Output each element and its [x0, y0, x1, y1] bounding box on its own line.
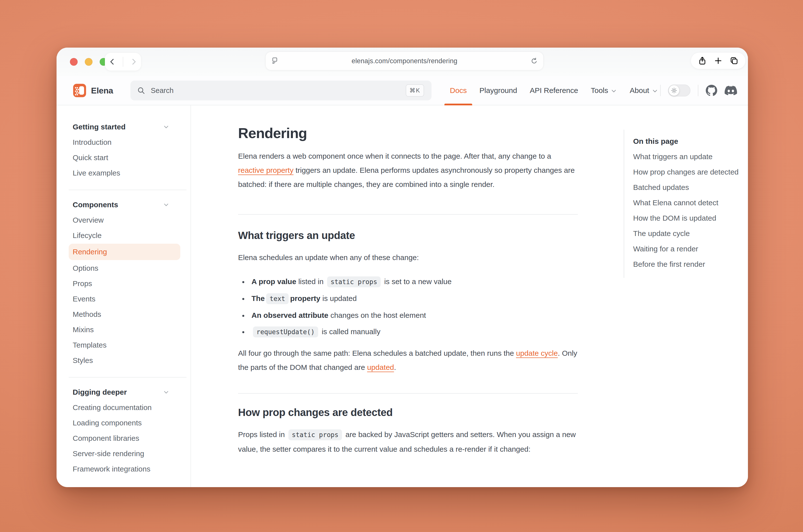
nav-label: API Reference	[530, 86, 578, 95]
discord-link[interactable]	[725, 84, 737, 97]
reload-button[interactable]	[530, 57, 538, 65]
sidebar-section-title[interactable]: Getting started	[69, 119, 180, 135]
share-button[interactable]	[698, 56, 707, 65]
page-title: Rendering	[238, 124, 578, 142]
toc-item-batched-updates[interactable]: Batched updates	[633, 180, 748, 195]
nav-api-reference[interactable]: API Reference	[530, 76, 578, 105]
search-icon	[137, 86, 145, 95]
sidebar-section-title[interactable]: Digging deeper	[69, 384, 180, 400]
sidebar-item-rendering[interactable]: Rendering	[69, 244, 180, 260]
bullet-item: An observed attribute changes on the hos…	[248, 308, 578, 322]
sidebar-item-templates[interactable]: Templates	[69, 337, 180, 353]
inline-link[interactable]: update cycle	[516, 349, 558, 357]
toc-panel: On this page What triggers an updateHow …	[624, 130, 748, 278]
bold-text: property	[290, 294, 320, 302]
section-title-label: Digging deeper	[73, 388, 127, 396]
toc-item-before-the-first-render[interactable]: Before the first render	[633, 256, 748, 272]
sidebar-item-styles[interactable]: Styles	[69, 353, 180, 368]
address-bar[interactable]: elenajs.com/components/rendering	[266, 52, 543, 70]
sun-icon	[671, 87, 677, 94]
search-input[interactable]: Search ⌘K	[130, 80, 431, 100]
header-right	[660, 76, 737, 105]
bullet-item: Thetextproperty is updated	[248, 291, 578, 306]
minimize-button[interactable]	[85, 58, 93, 66]
sidebar-item-methods[interactable]: Methods	[69, 307, 180, 322]
nav-label: Playground	[479, 86, 517, 95]
traffic-lights	[70, 58, 107, 66]
bullet-item: A prop value listed in static props is s…	[248, 274, 578, 289]
divider	[123, 57, 123, 67]
toc-item-waiting-for-a-render[interactable]: Waiting for a render	[633, 241, 748, 256]
section-title-label: Components	[73, 201, 118, 209]
brand[interactable]: Elena	[73, 76, 113, 105]
sidebar-item-live-examples[interactable]: Live examples	[69, 165, 180, 181]
sidebar-item-creating-documentation[interactable]: Creating documentation	[69, 400, 180, 415]
bold-text: The	[251, 294, 265, 302]
sidebar-item-quick-start[interactable]: Quick start	[69, 150, 180, 165]
sidebar-item-options[interactable]: Options	[69, 261, 180, 276]
divider	[660, 85, 661, 96]
sidebar-item-lifecycle[interactable]: Lifecycle	[69, 228, 180, 243]
tabs-icon	[730, 56, 739, 65]
sidebar-item-mixins[interactable]: Mixins	[69, 322, 180, 337]
chevron-down-icon	[163, 124, 169, 130]
plus-icon	[714, 56, 723, 65]
toc-item-what-elena-cannot-detect[interactable]: What Elena cannot detect	[633, 195, 748, 210]
intro-paragraph: Elena renders a web component once when …	[238, 149, 578, 191]
chevron-right-icon	[129, 58, 138, 66]
nav-tools[interactable]: Tools	[591, 76, 617, 105]
sidebar-item-overview[interactable]: Overview	[69, 212, 180, 228]
chevron-down-icon	[611, 88, 617, 94]
toc-item-what-triggers-an-update[interactable]: What triggers an update	[633, 149, 748, 164]
elena-logo-icon	[73, 84, 86, 97]
sidebar-item-framework-integrations[interactable]: Framework integrations	[69, 461, 180, 477]
bold-text: A prop value	[251, 278, 296, 286]
toc-title: On this page	[633, 134, 748, 149]
sidebar-nav: Getting startedIntroductionQuick startLi…	[57, 106, 191, 487]
github-link[interactable]	[706, 85, 717, 96]
theme-toggle-knob	[669, 85, 679, 96]
main-content: Rendering Elena renders a web component …	[238, 106, 578, 487]
section-paragraph: Props listed in static props are backed …	[238, 428, 578, 456]
nav-label: Docs	[450, 86, 467, 95]
section-heading-what-triggers-an-update: What triggers an update	[238, 229, 578, 242]
inline-code: static props	[288, 430, 342, 440]
sidebar-item-loading-components[interactable]: Loading components	[69, 415, 180, 431]
inline-link[interactable]: reactive property	[238, 166, 293, 174]
toc-item-how-prop-changes-are-detected[interactable]: How prop changes are detected	[633, 164, 748, 180]
sidebar-item-component-libraries[interactable]: Component libraries	[69, 431, 180, 446]
nav-docs[interactable]: Docs	[450, 76, 467, 105]
divider	[698, 85, 698, 96]
reload-icon	[530, 57, 538, 65]
discord-icon	[725, 84, 737, 97]
window-actions	[691, 53, 745, 69]
forward-button[interactable]	[129, 58, 138, 66]
sidebar-section-title[interactable]: Components	[69, 197, 180, 212]
nav-about[interactable]: About	[630, 76, 658, 105]
browser-chrome: elenajs.com/components/rendering	[57, 48, 748, 76]
back-button[interactable]	[108, 58, 116, 66]
sidebar-item-server-side-rendering[interactable]: Server-side rendering	[69, 446, 180, 461]
toc-item-how-the-dom-is-updated[interactable]: How the DOM is updated	[633, 210, 748, 226]
inline-link[interactable]: updated	[367, 363, 394, 372]
inline-code: requestUpdate()	[253, 326, 318, 337]
reader-view-icon[interactable]	[271, 57, 279, 65]
chevron-down-icon	[163, 202, 169, 208]
search-shortcut-badge: ⌘K	[406, 84, 424, 97]
sidebar-item-events[interactable]: Events	[69, 291, 180, 307]
sidebar-item-props[interactable]: Props	[69, 276, 180, 291]
new-tab-button[interactable]	[714, 56, 723, 65]
inline-code: text	[266, 293, 289, 304]
toc-item-the-update-cycle[interactable]: The update cycle	[633, 226, 748, 241]
sidebar-item-introduction[interactable]: Introduction	[69, 135, 180, 150]
section-divider	[238, 214, 578, 215]
chevron-down-icon	[652, 88, 658, 94]
sidebar-divider	[69, 377, 186, 378]
theme-toggle[interactable]	[668, 84, 690, 96]
inline-code: static props	[327, 277, 381, 287]
section-divider	[238, 393, 578, 394]
tab-overview-button[interactable]	[730, 56, 739, 65]
bold-text: An observed attribute	[251, 311, 328, 319]
close-button[interactable]	[70, 58, 78, 66]
nav-playground[interactable]: Playground	[479, 76, 517, 105]
